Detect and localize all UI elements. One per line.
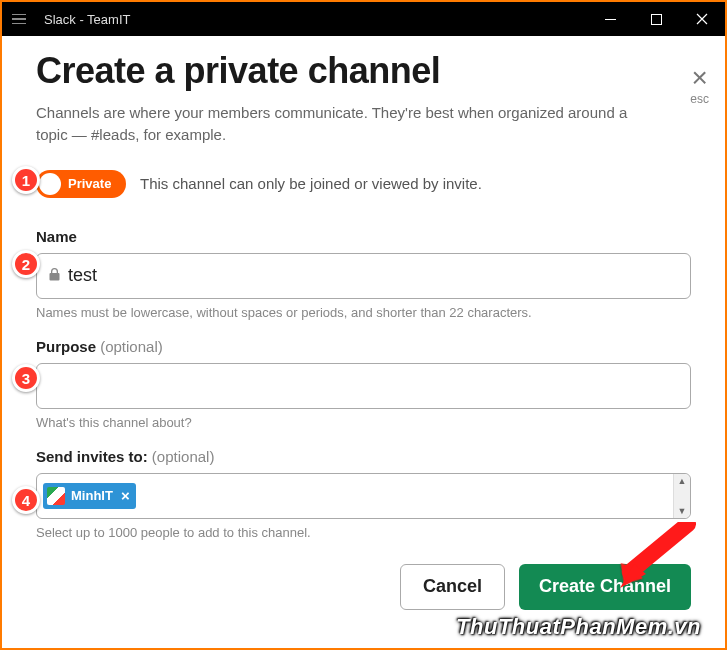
- annotation-badge-1: 1: [12, 166, 40, 194]
- close-icon: ×: [690, 64, 709, 92]
- close-window-button[interactable]: [679, 2, 725, 36]
- modal-footer-buttons: Cancel Create Channel: [36, 564, 691, 610]
- svg-rect-0: [651, 14, 661, 24]
- minimize-button[interactable]: [587, 2, 633, 36]
- close-esc-label: esc: [690, 92, 709, 106]
- hamburger-menu-icon[interactable]: [2, 2, 36, 36]
- name-field-block: Name Names must be lowercase, without sp…: [36, 228, 691, 320]
- watermark: ThuThuatPhanMem.vn: [456, 614, 701, 640]
- name-input[interactable]: [68, 265, 678, 286]
- window-title: Slack - TeamIT: [36, 12, 130, 27]
- avatar: [47, 487, 65, 505]
- invite-scrollbar[interactable]: ▲▼: [673, 474, 690, 518]
- purpose-help-text: What's this channel about?: [36, 415, 691, 430]
- name-help-text: Names must be lowercase, without spaces …: [36, 305, 691, 320]
- cancel-button[interactable]: Cancel: [400, 564, 505, 610]
- modal-title: Create a private channel: [36, 50, 691, 92]
- private-toggle[interactable]: Private: [36, 170, 126, 198]
- private-toggle-label: Private: [68, 176, 111, 191]
- purpose-optional-suffix: (optional): [100, 338, 163, 355]
- user-chip-name: MinhIT: [71, 488, 113, 503]
- remove-chip-icon[interactable]: ×: [121, 488, 130, 503]
- maximize-button[interactable]: [633, 2, 679, 36]
- purpose-field-block: Purpose (optional) What's this channel a…: [36, 338, 691, 430]
- annotation-badge-4: 4: [12, 486, 40, 514]
- invites-label-text: Send invites to:: [36, 448, 148, 465]
- user-chip[interactable]: MinhIT ×: [43, 483, 136, 509]
- annotation-arrow: [616, 522, 696, 596]
- annotation-badge-2: 2: [12, 250, 40, 278]
- window-controls: [587, 2, 725, 36]
- name-label: Name: [36, 228, 691, 245]
- private-toggle-hint: This channel can only be joined or viewe…: [140, 175, 482, 192]
- purpose-input-wrapper[interactable]: [36, 363, 691, 409]
- invites-optional-suffix: (optional): [152, 448, 215, 465]
- modal-description: Channels are where your members communic…: [36, 102, 656, 146]
- titlebar: Slack - TeamIT: [2, 2, 725, 36]
- lock-icon: [49, 268, 60, 284]
- toggle-knob: [39, 173, 61, 195]
- annotation-badge-3: 3: [12, 364, 40, 392]
- invites-label: Send invites to: (optional): [36, 448, 691, 465]
- privacy-toggle-row: Private This channel can only be joined …: [36, 170, 691, 198]
- purpose-label: Purpose (optional): [36, 338, 691, 355]
- invites-field-block: Send invites to: (optional) MinhIT × ▲▼ …: [36, 448, 691, 540]
- name-input-wrapper[interactable]: [36, 253, 691, 299]
- close-modal-button[interactable]: × esc: [690, 64, 709, 106]
- invites-help-text: Select up to 1000 people to add to this …: [36, 525, 691, 540]
- invites-input[interactable]: MinhIT × ▲▼: [36, 473, 691, 519]
- purpose-input[interactable]: [49, 375, 678, 396]
- purpose-label-text: Purpose: [36, 338, 96, 355]
